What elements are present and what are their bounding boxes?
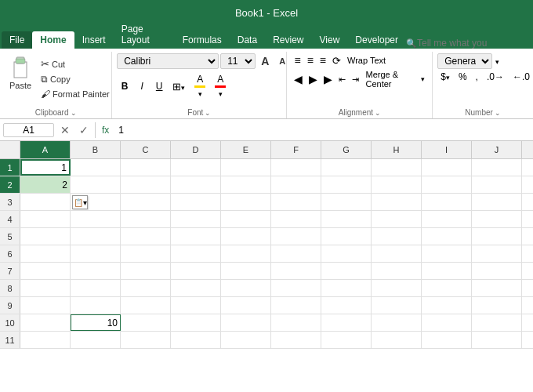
col-header-G[interactable]: G <box>321 141 372 158</box>
bold-button[interactable]: B <box>117 79 132 93</box>
row-header-10[interactable]: 10 <box>0 314 20 331</box>
cell-A2[interactable]: 2 <box>20 176 71 193</box>
clipboard-expand[interactable]: ⌄ <box>71 109 77 117</box>
cell-G4[interactable] <box>321 211 372 227</box>
cell-H2[interactable] <box>372 176 422 193</box>
cell-E5[interactable] <box>221 228 271 245</box>
align-middle-button[interactable]: ≡ <box>305 53 316 67</box>
cell-H10[interactable] <box>372 314 422 331</box>
align-left-button[interactable]: ◀ <box>292 72 305 86</box>
percent-button[interactable]: % <box>455 71 470 83</box>
cell-K11[interactable] <box>522 332 533 348</box>
number-format-select[interactable]: General <box>437 53 492 69</box>
cell-G3[interactable] <box>321 194 372 210</box>
cell-D7[interactable] <box>171 263 221 279</box>
italic-button[interactable]: I <box>134 79 150 93</box>
cell-F6[interactable] <box>271 245 321 262</box>
cell-K1[interactable] <box>522 159 533 176</box>
cell-C2[interactable] <box>121 176 171 193</box>
number-expand[interactable]: ⌄ <box>495 109 501 117</box>
cell-G1[interactable] <box>321 159 372 176</box>
tab-page-layout[interactable]: Page Layout <box>114 20 175 49</box>
align-right-button[interactable]: ▶ <box>321 72 335 86</box>
cell-J4[interactable] <box>472 211 522 227</box>
cell-A7[interactable] <box>20 263 71 279</box>
cell-E1[interactable] <box>221 159 271 176</box>
cell-F1[interactable] <box>271 159 321 176</box>
cell-D9[interactable] <box>171 297 221 314</box>
cell-F9[interactable] <box>271 297 321 314</box>
cell-H8[interactable] <box>372 280 422 296</box>
font-expand[interactable]: ⌄ <box>205 109 211 117</box>
cell-J11[interactable] <box>472 332 522 348</box>
cell-J1[interactable] <box>472 159 522 176</box>
col-header-J[interactable]: J <box>472 141 522 158</box>
alignment-expand[interactable]: ⌄ <box>375 109 381 117</box>
confirm-formula-button[interactable]: ✓ <box>76 123 92 137</box>
cell-B1[interactable] <box>71 159 121 176</box>
cell-G2[interactable] <box>321 176 372 193</box>
col-header-K[interactable]: K <box>522 141 533 158</box>
cell-G6[interactable] <box>321 245 372 262</box>
tab-view[interactable]: View <box>312 31 348 49</box>
corner-cell[interactable] <box>0 141 20 158</box>
cell-H7[interactable] <box>372 263 422 279</box>
underline-button[interactable]: U <box>151 79 167 93</box>
cell-I10[interactable] <box>422 314 472 331</box>
cell-F7[interactable] <box>271 263 321 279</box>
cell-reference-box[interactable] <box>3 123 54 137</box>
cell-E10[interactable] <box>221 314 271 331</box>
col-header-E[interactable]: E <box>221 141 271 158</box>
cell-E9[interactable] <box>221 297 271 314</box>
cell-D4[interactable] <box>171 211 221 227</box>
copy-button[interactable]: ⧉ Copy <box>38 72 112 86</box>
row-header-11[interactable]: 11 <box>0 332 20 348</box>
cell-B6[interactable] <box>71 245 121 262</box>
cell-I4[interactable] <box>422 211 472 227</box>
cell-J6[interactable] <box>472 245 522 262</box>
cell-K9[interactable] <box>522 297 533 314</box>
cell-K5[interactable] <box>522 228 533 245</box>
cell-K8[interactable] <box>522 280 533 296</box>
tab-review[interactable]: Review <box>265 31 311 49</box>
cell-J8[interactable] <box>472 280 522 296</box>
cell-J7[interactable] <box>472 263 522 279</box>
cancel-formula-button[interactable]: ✕ <box>57 123 73 137</box>
cell-A6[interactable] <box>20 245 71 262</box>
increase-indent-button[interactable]: ⇥ <box>350 74 361 85</box>
cell-D5[interactable] <box>171 228 221 245</box>
row-header-9[interactable]: 9 <box>0 297 20 314</box>
fill-color-button[interactable]: A ▾ <box>190 72 209 100</box>
cell-J3[interactable] <box>472 194 522 210</box>
cell-E2[interactable] <box>221 176 271 193</box>
tab-formulas[interactable]: Formulas <box>175 31 230 49</box>
align-bottom-button[interactable]: ≡ <box>317 53 328 67</box>
orientation-button[interactable]: ⟳ <box>330 54 343 67</box>
cell-E11[interactable] <box>221 332 271 348</box>
currency-button[interactable]: $▾ <box>437 71 453 83</box>
borders-button[interactable]: ⊞▾ <box>169 79 189 94</box>
number-format-expand[interactable]: ▾ <box>495 58 499 66</box>
cell-H4[interactable] <box>372 211 422 227</box>
cell-K10[interactable] <box>522 314 533 331</box>
comma-button[interactable]: , <box>473 71 481 83</box>
cell-J2[interactable] <box>472 176 522 193</box>
col-header-I[interactable]: I <box>422 141 472 158</box>
cell-K6[interactable] <box>522 245 533 262</box>
cell-A11[interactable] <box>20 332 71 348</box>
row-header-4[interactable]: 4 <box>0 211 20 227</box>
cell-C4[interactable] <box>121 211 171 227</box>
cell-D11[interactable] <box>171 332 221 348</box>
cell-D3[interactable] <box>171 194 221 210</box>
formula-input[interactable] <box>115 124 530 136</box>
decrease-indent-button[interactable]: ⇤ <box>336 74 348 85</box>
paste-button[interactable]: Paste <box>5 53 36 93</box>
font-size-select[interactable]: 11 <box>220 53 256 69</box>
col-header-C[interactable]: C <box>121 141 171 158</box>
cell-G9[interactable] <box>321 297 372 314</box>
cell-F4[interactable] <box>271 211 321 227</box>
cell-F2[interactable] <box>271 176 321 193</box>
tab-file[interactable]: File <box>2 31 32 49</box>
col-header-B[interactable]: B <box>71 141 121 158</box>
row-header-7[interactable]: 7 <box>0 263 20 279</box>
